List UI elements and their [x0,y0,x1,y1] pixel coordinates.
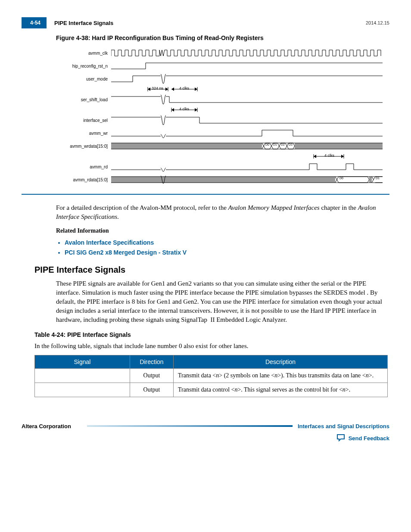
signal-waveform [111,59,383,72]
timing-diagram: avmm_clk hip_reconfig_rst_n user_mode [56,47,383,186]
signal-waveform [111,160,383,173]
table-row: Output Transmit data <n> (2 symbols on l… [35,368,388,383]
signal-label: avmm_wr [56,131,111,136]
svg-rect-21 [111,177,335,183]
page-footer: Altera Corporation Interfaces and Signal… [22,423,389,429]
page-number: 4-54 [22,17,47,28]
footer-chapter-link[interactable]: Interfaces and Signal Descriptions [298,423,389,429]
body-paragraph: These PIPE signals are available for Gen… [56,279,389,324]
cell-signal [35,368,130,383]
table-intro: In the following table, signals that inc… [34,342,389,350]
svg-marker-20 [341,155,344,158]
link-item[interactable]: PCI SIG Gen2 x8 Merged Design - Stratix … [65,249,389,257]
signal-waveform [111,72,383,85]
svg-marker-18 [314,155,316,158]
data-label: D1 [273,143,277,146]
svg-marker-13 [195,108,197,112]
svg-marker-4 [165,87,168,91]
svg-marker-11 [171,108,174,112]
svg-rect-15 [295,143,383,149]
svg-rect-22 [369,177,372,183]
signal-label: avmm_rdata[15:0] [56,177,111,182]
signal-label: hip_reconfig_rst_n [56,64,111,68]
signal-label: avmm_rd [56,165,111,169]
signal-label: interface_sel [56,118,111,123]
svg-marker-6 [171,87,174,91]
send-feedback-link[interactable]: Send Feedback [349,435,389,442]
doc-date: 2014.12.15 [366,20,389,25]
signals-table: Signal Direction Description Output Tran… [34,355,388,397]
signal-waveform: D0 D1 [111,173,383,186]
signal-label: user_mode [56,77,111,81]
section-divider [22,194,389,195]
svg-marker-2 [148,87,150,91]
timing-annotation: 324 ns [152,86,163,90]
data-label: D3 [289,143,293,146]
signal-label: avmm_clk [56,51,111,56]
cell-description: Transmit data <n> (2 symbols on lane <n>… [174,368,388,383]
cell-signal [35,383,130,397]
related-links-list: Avalon Interface Specifications PCI SIG … [56,239,389,257]
table-caption: Table 4-24: PIPE Interface Signals [34,331,389,338]
timing-annotation: 4 clks [179,107,189,111]
signal-waveform: D0 D1 D2 D3 [111,140,383,152]
timing-annotation: 4 clks [179,86,189,90]
signal-label: ser_shift_load [56,97,111,102]
col-header-signal: Signal [35,355,130,368]
col-header-description: Description [174,355,388,368]
timing-annotation: 4 clks [324,153,334,158]
svg-rect-14 [111,143,262,149]
page-header: 4-54 PIPE Interface Signals 2014.12.15 [22,17,389,28]
table-row: Output Transmit data control <n>. This s… [35,383,388,397]
signal-waveform [111,127,383,140]
svg-marker-8 [195,87,197,91]
footer-bar [87,425,293,427]
link-item[interactable]: Avalon Interface Specifications [65,239,389,247]
signal-waveform [111,114,383,127]
body-paragraph: For a detailed description of the Avalon… [56,203,389,221]
signal-waveform [111,93,383,106]
clock-waveform [111,47,383,59]
related-info-heading: Related Information [56,227,389,235]
feedback-icon[interactable] [336,434,345,443]
section-heading: PIPE Interface Signals [34,265,389,275]
data-label: D0 [339,177,343,180]
data-label: D1 [376,177,380,180]
figure-caption: Figure 4-38: Hard IP Reconfiguration Bus… [56,34,389,41]
data-label: D2 [281,143,285,146]
data-label: D0 [265,143,269,146]
cell-direction: Output [130,368,174,383]
cell-direction: Output [130,383,174,397]
col-header-direction: Direction [130,355,174,368]
footer-company: Altera Corporation [22,423,82,429]
running-header-title: PIPE Interface Signals [54,20,366,26]
signal-label: avmm_wrdata[15:0] [56,144,111,149]
cell-description: Transmit data control <n>. This signal s… [174,383,388,397]
